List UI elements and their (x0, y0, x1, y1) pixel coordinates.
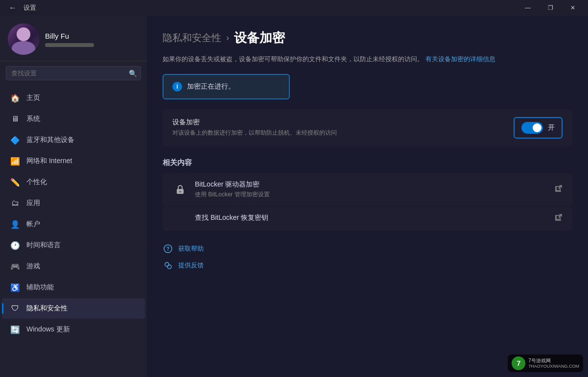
titlebar-title: 设置 (24, 3, 36, 12)
sidebar-item-label-bluetooth: 蓝牙和其他设备 (26, 136, 74, 144)
bitlocker-recovery-title: 查找 BitLocker 恢复密钥 (195, 213, 268, 222)
sidebar-item-games[interactable]: 🎮游戏 (2, 256, 145, 277)
sidebar-item-privacy[interactable]: 🛡隐私和安全性 (2, 298, 145, 319)
avatar-image (8, 24, 39, 55)
sidebar-item-apps[interactable]: 🗂应用 (2, 193, 145, 213)
bottom-links: ? 获取帮助 提供反馈 (163, 240, 572, 274)
sidebar-item-time[interactable]: 🕐时间和语言 (2, 235, 145, 256)
feedback-icon (163, 260, 173, 271)
watermark: 7号游戏网 7HAOYOUXIWANG.COM (508, 354, 583, 372)
info-icon: i (172, 82, 182, 92)
windows-update-icon: 🔄 (10, 324, 21, 335)
page-description: 如果你的设备丢失或被盗，设备加密可帮助保护你的文件和文件夹，以防止未经授权的访问… (163, 54, 572, 64)
sidebar-item-accessibility[interactable]: ♿辅助功能 (2, 277, 145, 298)
privacy-icon: 🛡 (10, 303, 21, 314)
sidebar-item-label-accounts: 帐户 (26, 220, 40, 229)
sidebar-item-bluetooth[interactable]: 🔷蓝牙和其他设备 (2, 130, 145, 150)
search-input[interactable] (6, 66, 141, 80)
svg-point-4 (165, 262, 169, 266)
feedback-text: 提供反馈 (178, 261, 204, 270)
sidebar-item-label-network: 网络和 Internet (26, 157, 72, 165)
user-profile[interactable]: Billy Fu (0, 16, 147, 61)
network-icon: 📶 (10, 156, 21, 166)
sidebar-item-label-personalize: 个性化 (26, 178, 47, 187)
sidebar-item-network[interactable]: 📶网络和 Internet (2, 151, 145, 171)
sidebar-item-windows-update[interactable]: 🔄Windows 更新 (2, 319, 145, 340)
avatar (8, 24, 39, 55)
back-button[interactable]: ← (6, 2, 20, 13)
titlebar-left: ← 设置 (6, 2, 36, 13)
sidebar-item-personalize[interactable]: ✏️个性化 (2, 172, 145, 192)
bluetooth-icon: 🔷 (10, 135, 21, 145)
help-text: 获取帮助 (178, 244, 204, 253)
external-link-icon-2 (555, 213, 563, 223)
svg-point-5 (167, 265, 171, 269)
user-info: Billy Fu (45, 32, 139, 47)
breadcrumb-arrow: › (226, 33, 229, 43)
titlebar-controls: — ❐ ✕ (517, 0, 584, 16)
accessibility-icon: ♿ (10, 282, 21, 293)
svg-rect-1 (179, 191, 181, 192)
sidebar-item-label-windows-update: Windows 更新 (26, 325, 70, 334)
detail-link[interactable]: 有关设备加密的详细信息 (425, 55, 495, 63)
search-icon: 🔍 (129, 70, 137, 77)
content-area: 隐私和安全性 › 设备加密 如果你的设备丢失或被盗，设备加密可帮助保护你的文件和… (147, 16, 588, 377)
external-link-icon-1 (555, 185, 563, 194)
search-box: 🔍 (6, 66, 141, 80)
lock-icon (172, 182, 188, 197)
apps-icon: 🗂 (10, 198, 21, 209)
get-help-link[interactable]: ? 获取帮助 (163, 240, 572, 257)
close-button[interactable]: ✕ (562, 0, 584, 16)
sidebar-item-home[interactable]: 🏠主页 (2, 88, 145, 108)
bitlocker-drive-encryption-row[interactable]: BitLocker 驱动器加密 使用 BitLocker 管理加密设置 (163, 173, 572, 206)
encryption-status-box: i 加密正在进行。 (163, 74, 290, 99)
titlebar: ← 设置 — ❐ ✕ (0, 0, 588, 16)
bitlocker-title: BitLocker 驱动器加密 (195, 180, 270, 189)
feedback-link[interactable]: 提供反馈 (163, 257, 572, 274)
breadcrumb: 隐私和安全性 › 设备加密 (163, 29, 572, 47)
games-icon: 🎮 (10, 261, 21, 272)
user-name: Billy Fu (45, 32, 139, 40)
bitlocker-recovery-row[interactable]: 查找 BitLocker 恢复密钥 (163, 207, 572, 231)
related-section-title: 相关内容 (163, 158, 572, 167)
sidebar-item-accounts[interactable]: 👤帐户 (2, 214, 145, 235)
sidebar-item-label-accessibility: 辅助功能 (26, 283, 54, 292)
sidebar-item-label-apps: 应用 (26, 199, 40, 208)
device-encryption-row: 设备加密 对该设备上的数据进行加密，以帮助防止脱机、未经授权的访问 开 (163, 109, 572, 146)
watermark-icon (512, 356, 525, 370)
accounts-icon: 👤 (10, 219, 21, 230)
maximize-button[interactable]: ❐ (539, 0, 562, 16)
toggle-wrapper[interactable]: 开 (514, 117, 563, 139)
sidebar-item-label-games: 游戏 (26, 262, 40, 271)
breadcrumb-parent: 隐私和安全性 (163, 31, 221, 45)
sidebar-item-system[interactable]: 🖥系统 (2, 109, 145, 129)
home-icon: 🏠 (10, 93, 21, 103)
sidebar-item-label-privacy: 隐私和安全性 (26, 304, 68, 313)
help-icon: ? (163, 243, 173, 254)
main-layout: Billy Fu 🔍 🏠主页🖥系统🔷蓝牙和其他设备📶网络和 Internet✏️… (0, 16, 588, 377)
watermark-text: 7号游戏网 7HAOYOUXIWANG.COM (528, 357, 579, 370)
bitlocker-recovery-info: 查找 BitLocker 恢复密钥 (195, 213, 268, 224)
svg-text:?: ? (166, 246, 169, 252)
bitlocker-desc: 使用 BitLocker 管理加密设置 (195, 190, 270, 199)
nav-list: 🏠主页🖥系统🔷蓝牙和其他设备📶网络和 Internet✏️个性化🗂应用👤帐户🕐时… (0, 85, 147, 377)
encryption-toggle[interactable] (521, 122, 543, 134)
status-text: 加密正在进行。 (187, 82, 235, 91)
minimize-button[interactable]: — (517, 0, 539, 16)
time-icon: 🕐 (10, 240, 21, 251)
sidebar-item-label-time: 时间和语言 (26, 241, 61, 250)
sidebar-item-label-home: 主页 (26, 94, 40, 102)
user-subtitle (45, 43, 94, 47)
device-encryption-desc: 对该设备上的数据进行加密，以帮助防止脱机、未经授权的访问 (172, 129, 337, 137)
system-icon: 🖥 (10, 114, 21, 124)
personalize-icon: ✏️ (10, 177, 21, 188)
breadcrumb-current: 设备加密 (234, 29, 285, 47)
bitlocker-info: BitLocker 驱动器加密 使用 BitLocker 管理加密设置 (195, 180, 270, 199)
sidebar-item-label-system: 系统 (26, 115, 40, 123)
toggle-label: 开 (548, 123, 555, 132)
device-encryption-title: 设备加密 (172, 118, 337, 127)
toggle-knob (533, 123, 541, 132)
sidebar: Billy Fu 🔍 🏠主页🖥系统🔷蓝牙和其他设备📶网络和 Internet✏️… (0, 16, 147, 377)
device-encryption-info: 设备加密 对该设备上的数据进行加密，以帮助防止脱机、未经授权的访问 (172, 118, 337, 137)
